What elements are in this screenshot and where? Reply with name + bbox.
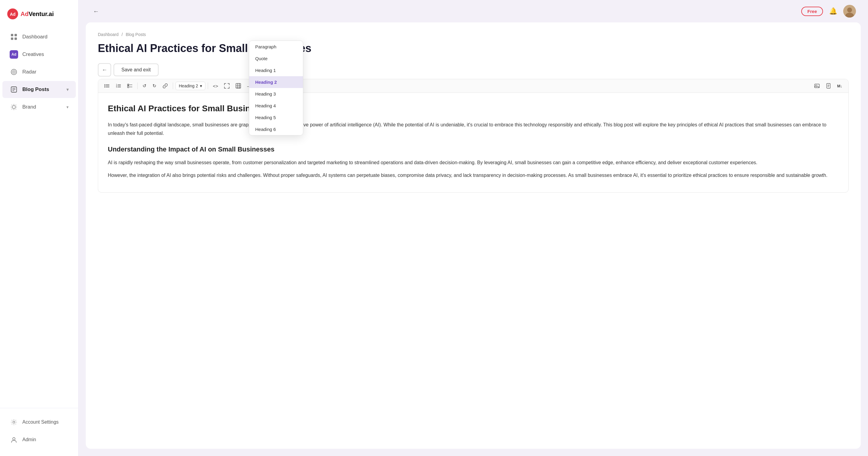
toolbar-right-group: M↓ <box>812 82 845 90</box>
code-button[interactable]: <> <box>211 82 221 90</box>
breadcrumb-current: Blog Posts <box>126 32 146 37</box>
editor-block: 1.2.3. ↺ ↻ Heading 2 ▾ <> <box>98 79 849 193</box>
avatar[interactable] <box>843 5 856 18</box>
sidebar: Ad AdVentur.ai Dashboard Ad Creatives Ra… <box>0 0 79 456</box>
svg-rect-33 <box>127 86 129 88</box>
settings-icon <box>10 418 18 426</box>
editor-back-button[interactable]: ← <box>98 63 111 77</box>
creatives-icon: Ad <box>10 50 18 59</box>
section1-heading: Understanding the Impact of AI on Small … <box>108 144 839 155</box>
svg-point-17 <box>847 7 852 12</box>
chevron-down-icon: ▾ <box>66 105 68 110</box>
sidebar-item-label: Admin <box>22 437 36 443</box>
sidebar-item-label: Creatives <box>22 51 44 57</box>
article-title: Ethical AI Practices for Small Businesse… <box>108 101 839 116</box>
sidebar-item-brand[interactable]: Brand ▾ <box>2 98 76 115</box>
breadcrumb-home[interactable]: Dashboard <box>98 32 119 37</box>
dropdown-item-heading-1[interactable]: Heading 1 <box>249 64 303 76</box>
content-area: Dashboard / Blog Posts Ethical AI Practi… <box>86 22 861 449</box>
radar-icon <box>10 68 18 76</box>
logo-text: AdVentur.ai <box>21 10 54 18</box>
sidebar-item-label: Dashboard <box>22 34 48 40</box>
admin-icon <box>10 435 18 444</box>
toolbar-divider-2 <box>173 83 173 89</box>
svg-point-21 <box>104 86 105 86</box>
breadcrumb-separator: / <box>121 32 123 37</box>
toolbar-divider-3 <box>208 83 208 89</box>
svg-point-14 <box>13 421 15 423</box>
topbar-left: ← <box>91 6 101 17</box>
toolbar-divider-1 <box>137 83 138 89</box>
svg-point-8 <box>13 72 14 73</box>
sidebar-item-label: Account Settings <box>22 420 59 425</box>
svg-text:3.: 3. <box>116 86 118 88</box>
svg-rect-35 <box>236 83 241 88</box>
sidebar-item-radar[interactable]: Radar <box>2 63 76 80</box>
editor-action-bar: ← Save and exit <box>98 63 849 77</box>
sidebar-item-label: Radar <box>22 69 36 75</box>
editor-content[interactable]: Ethical AI Practices for Small Businesse… <box>98 93 848 192</box>
svg-rect-2 <box>11 34 13 36</box>
breadcrumb: Dashboard / Blog Posts <box>98 32 849 37</box>
dropdown-item-paragraph[interactable]: Paragraph <box>249 41 303 53</box>
sidebar-item-creatives[interactable]: Ad Creatives <box>2 46 76 63</box>
dropdown-item-quote[interactable]: Quote <box>249 53 303 64</box>
svg-text:Ad: Ad <box>10 12 16 17</box>
dashboard-icon <box>10 33 18 41</box>
dropdown-item-heading-2[interactable]: Heading 2 <box>249 76 303 88</box>
save-exit-button[interactable]: Save and exit <box>114 63 159 76</box>
sidebar-bottom: Account Settings Admin <box>0 408 78 456</box>
heading-dropdown: Paragraph Quote Heading 1 Heading 2 Head… <box>249 40 303 136</box>
svg-point-13 <box>12 106 16 109</box>
markdown-button[interactable]: M↓ <box>835 82 845 90</box>
free-badge[interactable]: Free <box>801 7 823 16</box>
sidebar-item-label: Blog Posts <box>22 86 49 92</box>
image-button[interactable] <box>812 82 822 90</box>
bullet-list-button[interactable] <box>102 82 112 90</box>
page-title: Ethical AI Practices for Small Businesse… <box>98 42 849 55</box>
logo[interactable]: Ad AdVentur.ai <box>0 0 78 25</box>
redo-button[interactable]: ↻ <box>150 82 159 90</box>
section1-paragraph: AI is rapidly reshaping the way small bu… <box>108 159 839 167</box>
document-button[interactable] <box>823 82 834 90</box>
sidebar-item-account-settings[interactable]: Account Settings <box>2 414 76 431</box>
svg-rect-3 <box>14 34 17 36</box>
format-toolbar: 1.2.3. ↺ ↻ Heading 2 ▾ <> <box>98 79 848 93</box>
section2-paragraph: However, the integration of AI also brin… <box>108 171 839 180</box>
svg-point-23 <box>104 87 105 88</box>
undo-button[interactable]: ↺ <box>140 82 149 90</box>
intro-paragraph: In today's fast-paced digital landscape,… <box>108 121 839 138</box>
svg-rect-5 <box>14 37 17 40</box>
heading-select[interactable]: Heading 2 ▾ <box>176 82 205 90</box>
dropdown-item-heading-5[interactable]: Heading 5 <box>249 112 303 123</box>
bell-icon[interactable]: 🔔 <box>829 7 837 15</box>
svg-point-15 <box>13 437 15 440</box>
link-button[interactable] <box>160 82 170 90</box>
sidebar-item-dashboard[interactable]: Dashboard <box>2 28 76 45</box>
sidebar-item-blog-posts[interactable]: Blog Posts ▾ <box>2 81 76 98</box>
dropdown-item-heading-3[interactable]: Heading 3 <box>249 88 303 100</box>
chevron-down-icon: ▾ <box>200 83 202 88</box>
svg-point-43 <box>815 85 816 86</box>
nav-items: Dashboard Ad Creatives Radar Blog Posts … <box>0 25 78 408</box>
dropdown-item-heading-4[interactable]: Heading 4 <box>249 100 303 112</box>
heading-select-label: Heading 2 <box>179 83 198 88</box>
table-button[interactable] <box>233 82 243 90</box>
checklist-button[interactable] <box>125 82 135 90</box>
brand-icon <box>10 103 18 111</box>
dropdown-item-heading-6[interactable]: Heading 6 <box>249 123 303 135</box>
chevron-down-icon: ▾ <box>66 87 68 92</box>
fullscreen-button[interactable] <box>222 82 232 90</box>
blog-posts-icon <box>10 85 18 94</box>
topbar: ← Free 🔔 <box>79 0 868 22</box>
svg-rect-4 <box>11 37 13 40</box>
sidebar-item-label: Brand <box>22 104 36 110</box>
sidebar-item-admin[interactable]: Admin <box>2 431 76 448</box>
topbar-right: Free 🔔 <box>801 5 856 18</box>
svg-point-19 <box>104 84 105 85</box>
main-area: ← Free 🔔 Dashboard / Blog Posts Ethical … <box>79 0 868 456</box>
topbar-back-button[interactable]: ← <box>91 6 101 17</box>
ordered-list-button[interactable]: 1.2.3. <box>113 82 124 90</box>
